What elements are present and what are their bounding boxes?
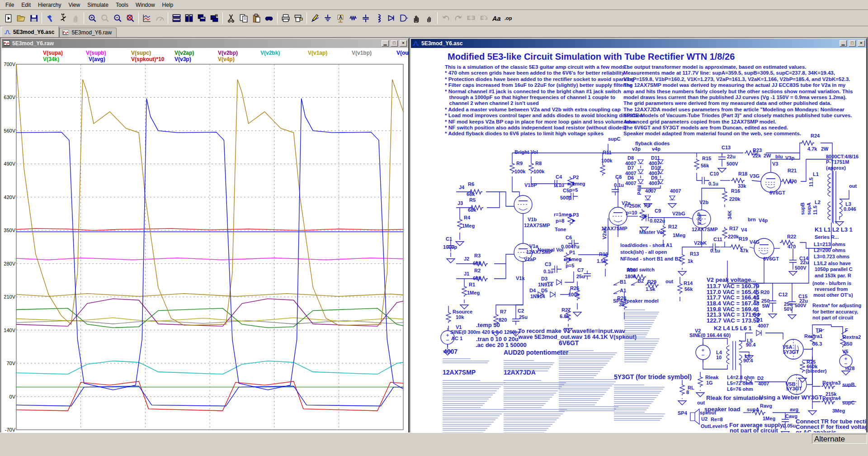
schematic-label[interactable]: out <box>665 279 673 284</box>
schematic-label[interactable]: P1 <box>569 250 575 255</box>
schematic-label[interactable]: V3 <box>772 161 778 166</box>
control-panel-button[interactable] <box>44 12 57 24</box>
schematic-label[interactable]: L2 <box>815 200 821 205</box>
schematic-label[interactable]: L1 <box>813 171 819 177</box>
zoom-full-extents-button[interactable] <box>124 12 137 24</box>
schematic-label[interactable]: V4p <box>759 218 768 223</box>
schematic-label[interactable]: 428 <box>846 366 854 371</box>
schematic-label[interactable]: V2bK <box>694 240 707 246</box>
schematic-label[interactable]: R6 <box>468 181 474 187</box>
move-button[interactable] <box>410 12 423 24</box>
schematic-label[interactable]: D2 <box>757 375 764 381</box>
schematic-label[interactable]: C3 <box>545 261 551 267</box>
schematic-label[interactable]: 0.046 <box>844 206 856 212</box>
schematic-label[interactable]: (note - blu/brn is <box>812 280 851 286</box>
schematic-label[interactable]: 12AX7SMP <box>524 223 550 228</box>
schematic-minimize-button[interactable]: ▁ <box>840 40 847 47</box>
schematic-label[interactable]: R11 <box>603 150 612 155</box>
trace-label-V(v2bp)[interactable]: V(v2bp) <box>218 50 238 56</box>
schematic-label[interactable]: D6 <box>627 175 634 180</box>
schematic-label[interactable]: V3G <box>750 173 760 179</box>
schematic-label[interactable]: 5Y3GT (for triode symbol) <box>614 373 692 380</box>
schematic-label[interactable]: V4 <box>741 227 747 233</box>
menu-hierarchy[interactable]: Hierarchy <box>34 0 65 10</box>
schematic-label[interactable]: flyback diodes <box>635 141 670 146</box>
schematic-label[interactable]: C6 <box>566 235 572 240</box>
schematic-label[interactable]: P-T1751M <box>826 159 849 165</box>
schematic-label[interactable]: 4007 <box>443 348 458 355</box>
schematic-label[interactable]: R23 <box>753 147 762 153</box>
schematic-label[interactable]: 8000CT:4/8/16 <box>826 154 859 159</box>
drag-button[interactable] <box>423 12 435 24</box>
schematic-label[interactable]: 4007 <box>649 180 660 186</box>
autorange-waveform-button[interactable] <box>141 12 153 24</box>
schematic-label[interactable]: 1N914 <box>538 282 552 287</box>
zoom-out-button[interactable] <box>111 12 124 24</box>
schematic-maximize-button[interactable]: □ <box>849 40 856 47</box>
schematic-label[interactable]: 5W <box>762 303 770 309</box>
waveform-close-button[interactable]: × <box>400 40 407 47</box>
trace-label-V(v2bk)[interactable]: V(v2bk) <box>260 50 280 56</box>
schematic-label[interactable]: L6=76 ohm <box>727 386 753 392</box>
schematic-label[interactable]: 220k <box>728 234 739 239</box>
schematic-label[interactable]: 1.5k <box>646 286 655 292</box>
trace-label-V(supb)[interactable]: V(supb) <box>86 50 106 56</box>
schematic-label[interactable]: r=1meg <box>554 212 571 217</box>
schematic-label[interactable]: 1N914 <box>530 294 545 299</box>
schematic-label[interactable]: V1k <box>516 276 525 281</box>
text-button[interactable]: Aa <box>490 12 503 24</box>
schematic-label[interactable]: Bright Vol <box>514 149 538 155</box>
schematic-label[interactable]: V1aP <box>524 256 536 262</box>
schematic-label[interactable]: 100k <box>533 169 544 174</box>
trace-label-V(supc)[interactable]: V(supc) <box>131 50 151 56</box>
schematic-label[interactable]: 0.022u <box>650 218 665 223</box>
schematic-label[interactable]: spkout <box>700 410 716 415</box>
ground-button[interactable] <box>321 12 334 24</box>
schematic-label[interactable]: r=1meg <box>567 181 585 186</box>
schematic-label[interactable]: R4 <box>464 215 470 220</box>
schematic-label[interactable]: 6V6GT <box>763 256 779 261</box>
schematic-label[interactable]: 22k <box>753 153 761 158</box>
schematic-label[interactable]: 1k <box>688 258 693 264</box>
schematic-label[interactable]: R17 <box>729 226 738 231</box>
schematic-label[interactable]: 12AX7SMP <box>443 369 476 376</box>
schematic-label[interactable]: J2 <box>464 256 469 261</box>
schematic-label[interactable]: 500V <box>726 161 738 166</box>
schematic-label[interactable]: 22u <box>727 154 736 159</box>
schematic-label[interactable]: 850 <box>844 341 852 347</box>
schematic-label[interactable]: SP4 <box>678 410 687 416</box>
schematic-label[interactable]: R10 <box>599 252 608 257</box>
schematic-label[interactable]: V4G <box>750 239 760 245</box>
schematic-label[interactable]: blu <box>775 154 783 159</box>
schematic-label[interactable]: 180k <box>625 274 636 279</box>
schematic-label[interactable]: R8 <box>535 161 542 166</box>
schematic-label[interactable]: 6.8k <box>560 314 569 319</box>
menu-simulate[interactable]: Simulate <box>84 0 112 10</box>
waveform-maximize-button[interactable]: □ <box>391 40 398 47</box>
schematic-label[interactable]: R20 <box>760 290 769 295</box>
schematic-label[interactable]: 12AX7SMP <box>526 249 552 255</box>
save-button[interactable] <box>27 12 40 24</box>
schematic-label[interactable]: 2W <box>821 146 829 152</box>
schematic-label[interactable]: 25u <box>519 314 528 320</box>
schematic-label[interactable]: V2 peak voltage... <box>707 276 756 283</box>
schematic-label[interactable]: C10 <box>710 171 719 176</box>
schematic-label[interactable]: 1Meg <box>467 290 480 295</box>
schematic-label[interactable]: R24 <box>811 133 820 138</box>
schematic-label[interactable]: 6V6GT <box>769 190 785 195</box>
schematic-label[interactable]: 68k <box>467 191 475 197</box>
trace-label-V(v2ap)[interactable]: V(v2ap) <box>175 50 194 56</box>
schematic-label[interactable]: not part of circuit <box>812 315 853 320</box>
schematic-label[interactable]: D5 <box>541 288 547 293</box>
arrange-icons-button[interactable] <box>208 12 221 24</box>
resistor-button[interactable] <box>347 12 359 24</box>
waveform-minimize-button[interactable]: ▁ <box>382 40 389 47</box>
tab-5E3mod_Y6.raw[interactable]: 5E3mod_Y6.raw <box>59 28 117 37</box>
schematic-label[interactable]: 12AX7SMP <box>692 227 717 232</box>
spice-directive-button[interactable]: .op <box>503 12 515 24</box>
schematic-label[interactable]: 5Y3GT <box>783 349 799 355</box>
schematic-label[interactable]: R12 <box>668 224 677 229</box>
schematic-label[interactable]: 0.0047u <box>561 244 579 249</box>
schematic-label[interactable]: 500V <box>795 303 807 308</box>
run-button[interactable] <box>57 12 69 24</box>
